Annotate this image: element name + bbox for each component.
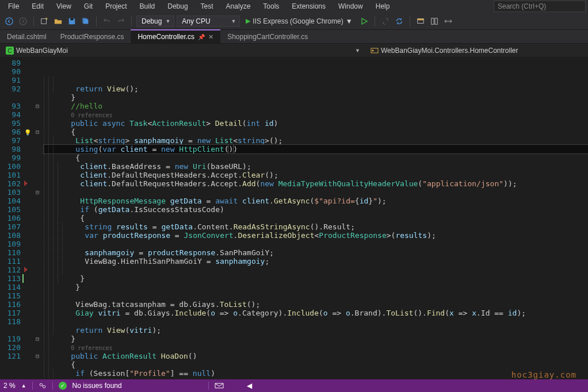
run-button[interactable]: ▶IIS Express (Google Chrome)▼ bbox=[242, 16, 356, 26]
menu-tools[interactable]: Tools bbox=[257, 1, 285, 11]
save-all-icon[interactable] bbox=[80, 16, 91, 27]
class-icon bbox=[371, 47, 379, 55]
nav-scope-right[interactable]: WebBanGiayMoi.Controllers.HomeController bbox=[367, 45, 586, 56]
menu-debug[interactable]: Debug bbox=[162, 1, 193, 11]
svg-rect-7 bbox=[434, 18, 437, 24]
nav-scope-left-label: WebBanGiayMoi bbox=[16, 47, 68, 55]
breakpoint-icon[interactable] bbox=[24, 180, 28, 186]
nav-fwd-icon[interactable] bbox=[17, 16, 29, 27]
menu-extensions[interactable]: Extensions bbox=[286, 1, 331, 11]
issues-text[interactable]: No issues found bbox=[72, 382, 122, 390]
undo-icon[interactable] bbox=[101, 16, 113, 27]
svg-rect-6 bbox=[431, 18, 433, 24]
toolbar: Debug▼ Any CPU▼ ▶IIS Express (Google Chr… bbox=[0, 13, 588, 30]
menu-project[interactable]: Project bbox=[100, 1, 132, 11]
glyph-margin[interactable]: 💡 bbox=[24, 57, 33, 378]
watermark: hoc3giay.com bbox=[511, 371, 576, 379]
pin-icon[interactable]: 📌 bbox=[198, 34, 205, 40]
menu-analyze[interactable]: Analyze bbox=[220, 1, 257, 11]
zoom-level[interactable]: 2 % bbox=[3, 382, 16, 390]
svg-rect-5 bbox=[417, 18, 423, 20]
navigation-bar: C WebBanGiayMoi ▼ WebBanGiayMoi.Controll… bbox=[0, 44, 588, 57]
search-input[interactable]: Search (Ctrl+Q) bbox=[494, 1, 586, 12]
svg-point-12 bbox=[40, 383, 42, 386]
tab-shoppingcartcontroller-cs[interactable]: ShoppingCartController.cs bbox=[220, 30, 315, 43]
svg-point-13 bbox=[43, 386, 45, 388]
svg-point-11 bbox=[372, 49, 374, 51]
nav-scope-left[interactable]: C WebBanGiayMoi ▼ bbox=[2, 45, 367, 56]
svg-text:C: C bbox=[7, 48, 12, 54]
lightbulb-icon[interactable]: 💡 bbox=[24, 129, 31, 136]
menu-view[interactable]: View bbox=[51, 1, 77, 11]
svg-rect-3 bbox=[70, 18, 73, 20]
svg-point-0 bbox=[6, 17, 13, 24]
tab-strip: Detail.cshtml ProductResponse.cs HomeCon… bbox=[0, 30, 588, 44]
menu-help[interactable]: Help bbox=[370, 1, 396, 11]
build-config-combo[interactable]: Debug▼ bbox=[136, 16, 174, 27]
run-no-debug-icon[interactable] bbox=[358, 16, 370, 27]
folding-margin[interactable]: ⊟⊟⊟⊟⊟ bbox=[33, 57, 41, 378]
configure-icon[interactable] bbox=[442, 16, 454, 27]
nav-back-icon[interactable] bbox=[3, 16, 15, 27]
layout-icon[interactable] bbox=[429, 16, 440, 27]
tab-productresponse-cs[interactable]: ProductResponse.cs bbox=[54, 30, 131, 43]
breakpoint-icon[interactable] bbox=[24, 267, 28, 272]
platform-combo[interactable]: Any CPU▼ bbox=[177, 16, 240, 27]
refresh-icon[interactable] bbox=[394, 16, 405, 27]
status-ok-icon: ✓ bbox=[59, 382, 67, 390]
tab-homecontroller-cs[interactable]: HomeController.cs📌✕ bbox=[131, 29, 220, 43]
new-project-icon[interactable] bbox=[39, 16, 50, 27]
svg-point-1 bbox=[20, 17, 26, 24]
menu-edit[interactable]: Edit bbox=[26, 1, 49, 11]
menubar: FileEditViewGitProjectBuildDebugTestAnal… bbox=[0, 0, 588, 13]
zoom-caret[interactable]: ▲ bbox=[21, 383, 26, 389]
menu-git[interactable]: Git bbox=[78, 1, 98, 11]
line-number-gutter: 8990919293949596979899100101102103104105… bbox=[0, 57, 24, 378]
menu-window[interactable]: Window bbox=[333, 1, 369, 11]
redo-icon[interactable] bbox=[115, 16, 127, 27]
hot-reload-icon[interactable] bbox=[380, 16, 391, 27]
code-area[interactable]: return View(); } //hello 0 references pu… bbox=[41, 57, 588, 378]
status-bar: 2 % ▲ ✓ No issues found ◀ bbox=[0, 379, 588, 392]
menu-test[interactable]: Test bbox=[195, 1, 219, 11]
scroll-left-icon[interactable]: ◀ bbox=[247, 382, 252, 390]
live-share-icon[interactable] bbox=[39, 382, 47, 390]
save-icon[interactable] bbox=[66, 16, 78, 27]
code-editor[interactable]: 8990919293949596979899100101102103104105… bbox=[0, 57, 588, 378]
browser-link-icon[interactable] bbox=[415, 16, 426, 27]
menu-file[interactable]: File bbox=[2, 1, 25, 11]
open-icon[interactable] bbox=[52, 16, 64, 27]
feedback-icon[interactable] bbox=[215, 382, 224, 390]
svg-rect-2 bbox=[41, 18, 47, 24]
nav-scope-right-label: WebBanGiayMoi.Controllers.HomeController bbox=[381, 47, 518, 55]
csharp-project-icon: C bbox=[6, 47, 14, 55]
close-icon[interactable]: ✕ bbox=[208, 33, 213, 41]
tab-detail-cshtml[interactable]: Detail.cshtml bbox=[0, 30, 54, 43]
menu-build[interactable]: Build bbox=[134, 1, 161, 11]
